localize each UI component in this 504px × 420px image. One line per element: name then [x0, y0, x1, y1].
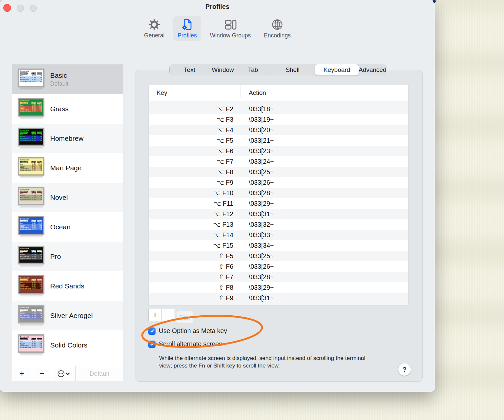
profile-name: Homebrew [50, 135, 84, 142]
profile-name: Red Sands [50, 282, 84, 290]
profile-name: Basic [50, 72, 68, 79]
profile-list-item[interactable]: Terminal#COMMAND%CPURPRVTtop4.1%231KXcod… [12, 124, 123, 153]
use-option-as-meta-key-checkbox-row[interactable]: Use Option as Meta key [148, 327, 227, 335]
thumbnail-reflection [20, 206, 43, 208]
thumbnail-reflection [20, 88, 43, 90]
toolbar-item-encodings[interactable]: Encodings [260, 16, 295, 41]
thumbnail-reflection [20, 176, 43, 179]
gear-icon [148, 18, 160, 31]
key-cell: ⌥ F3 [149, 116, 233, 123]
window-title: Profiles [0, 3, 435, 10]
tab-segment[interactable]: Tab [236, 64, 270, 75]
profile-list-item[interactable]: Terminal#COMMAND%CPURPRVTtop4.1%231KXcod… [12, 330, 123, 360]
sidebar-footer: + − Default [12, 366, 123, 381]
table-row[interactable]: ⇧ F8 \033[29~ [149, 282, 408, 293]
key-cell: ⇧ F6 [149, 263, 233, 270]
table-row[interactable]: ⌥ F13 \033[32~ [149, 219, 408, 230]
key-cell: ⇧ F8 [149, 284, 233, 291]
table-row[interactable]: ⌥ F6 \033[23~ [149, 146, 408, 156]
action-cell: \033[18~ [233, 105, 274, 113]
table-row[interactable]: ⇧ F5 \033[25~ [149, 251, 408, 261]
key-cell: ⌥ F8 [149, 168, 233, 176]
table-row[interactable]: ⌥ F12 \033[31~ [149, 209, 408, 219]
thumbnail-reflection [20, 294, 43, 297]
action-cell: \033[31~ [233, 294, 274, 302]
table-row[interactable]: ⇧ F7 \033[28~ [149, 272, 408, 282]
remove-key-mapping-button[interactable]: − [161, 309, 175, 321]
profile-name: Solid Colors [50, 341, 87, 349]
profile-list-item[interactable]: Terminal#COMMAND%CPURPRVTtop4.1%231KXcod… [12, 183, 123, 212]
profile-thumbnail: Terminal#COMMAND%CPURPRVTtop4.1%231KXcod… [17, 246, 46, 267]
profile-list-item[interactable]: Terminal#COMMAND%CPURPRVTtop4.1%231KXcod… [12, 94, 123, 124]
table-bottom-sliver [149, 303, 408, 305]
checkbox-checked [148, 327, 156, 335]
key-cell: ⌥ F2 [149, 105, 233, 113]
tab-segment[interactable]: Shell [270, 64, 315, 75]
preferences-toolbar: General Profiles [0, 16, 435, 41]
toolbar-label: Encodings [264, 32, 291, 39]
key-cell: ⌥ F7 [149, 158, 233, 165]
table-row[interactable]: ⌥ F3 \033[19~ [149, 114, 408, 125]
profile-name: Ocean [50, 223, 71, 231]
alternate-screen-footnote: While the alternate screen is displayed,… [159, 354, 377, 369]
table-header: Key Action [149, 85, 408, 101]
toolbar-label: Profiles [178, 32, 197, 39]
table-row[interactable]: ⌥ F2 \033[18~ [149, 104, 408, 114]
thumbnail-reflection [20, 265, 43, 267]
table-row[interactable]: ⌥ F7 \033[24~ [149, 156, 408, 167]
table-row[interactable]: ⌥ F5 \033[21~ [149, 135, 408, 146]
action-cell: \033[32~ [233, 221, 274, 228]
thumbnail-reflection [20, 117, 43, 120]
add-profile-button[interactable]: + [12, 366, 32, 381]
add-key-mapping-button[interactable]: + [148, 309, 162, 321]
tab-segment[interactable]: Keyboard [315, 64, 359, 75]
table-row[interactable]: ⌥ F14 \033[33~ [149, 230, 408, 240]
checkmark-icon [150, 342, 155, 346]
table-row[interactable]: ⇧ F9 \033[31~ [149, 293, 408, 303]
tab-segment[interactable]: Advanced [359, 64, 387, 75]
profile-list-item[interactable]: Terminal#COMMAND%CPURPRVTtop4.1%231KXcod… [12, 65, 123, 94]
table-row[interactable]: ⌥ F9 \033[26~ [149, 177, 408, 188]
profile-list-item[interactable]: Terminal#COMMAND%CPURPRVTtop4.1%231KXcod… [12, 242, 123, 271]
action-cell: \033[24~ [233, 158, 274, 165]
tab-segment[interactable]: Window [210, 64, 236, 75]
action-cell: \033[31~ [233, 210, 274, 218]
profile-list-item[interactable]: Terminal#COMMAND%CPURPRVTtop4.1%231KXcod… [12, 212, 123, 242]
action-cell: \033[29~ [233, 200, 274, 207]
profile-name: Man Page [50, 164, 82, 172]
key-cell: ⌥ F14 [149, 231, 233, 239]
table-row[interactable]: ⌥ F8 \033[25~ [149, 167, 408, 177]
terminal-preferences-window: Profiles General [0, 0, 435, 392]
table-row[interactable]: ⇧ F6 \033[26~ [149, 261, 408, 272]
checkbox-checked [148, 341, 156, 348]
profile-list-item[interactable]: Terminal#COMMAND%CPURPRVTtop4.1%231KXcod… [12, 271, 123, 301]
toolbar-item-profiles[interactable]: Profiles [173, 16, 201, 41]
profile-thumbnail: Terminal#COMMAND%CPURPRVTtop4.1%231KXcod… [17, 334, 46, 356]
toolbar-item-window-groups[interactable]: Window Groups [206, 16, 255, 41]
action-cell: \033[28~ [233, 273, 274, 281]
profile-list-item[interactable]: Terminal#COMMAND%CPURPRVTtop4.1%231KXcod… [12, 153, 123, 183]
table-row[interactable]: ⌥ F10 \033[28~ [149, 188, 408, 198]
remove-profile-button[interactable]: − [32, 366, 52, 381]
key-cell: ⌥ F12 [149, 210, 233, 218]
scroll-alternate-screen-checkbox-row[interactable]: Scroll alternate screen [148, 340, 222, 348]
action-cell: \033[28~ [233, 189, 274, 197]
table-row[interactable]: ⌥ F4 \033[20~ [149, 125, 408, 135]
key-cell: ⌥ F6 [149, 147, 233, 155]
toolbar-item-general[interactable]: General [140, 16, 169, 41]
profile-list-item[interactable]: Terminal#COMMAND%CPURPRVTtop4.1%231KXcod… [12, 301, 123, 330]
profile-name: Pro [50, 253, 61, 261]
table-row[interactable]: ⌥ F15 \033[34~ [149, 240, 408, 251]
key-cell: ⌥ F13 [149, 221, 233, 228]
edit-key-mapping-button[interactable]: Edit [176, 311, 193, 324]
set-default-button[interactable]: Default [76, 366, 123, 381]
tab-segment[interactable]: Text [169, 64, 210, 75]
help-button[interactable]: ? [398, 363, 411, 376]
table-row[interactable]: ⌥ F11 \033[29~ [149, 198, 408, 209]
column-header-key: Key [149, 89, 241, 96]
profile-actions-menu-button[interactable] [52, 366, 76, 381]
profile-thumbnail: Terminal#COMMAND%CPURPRVTtop4.1%231KXcod… [17, 157, 46, 179]
table-rows: ⌥ F2 \033[18~ ⌥ F3 \033[19~ ⌥ F4 \033[20… [149, 104, 408, 303]
action-cell: \033[34~ [233, 242, 274, 249]
key-cell: ⌥ F9 [149, 179, 233, 186]
